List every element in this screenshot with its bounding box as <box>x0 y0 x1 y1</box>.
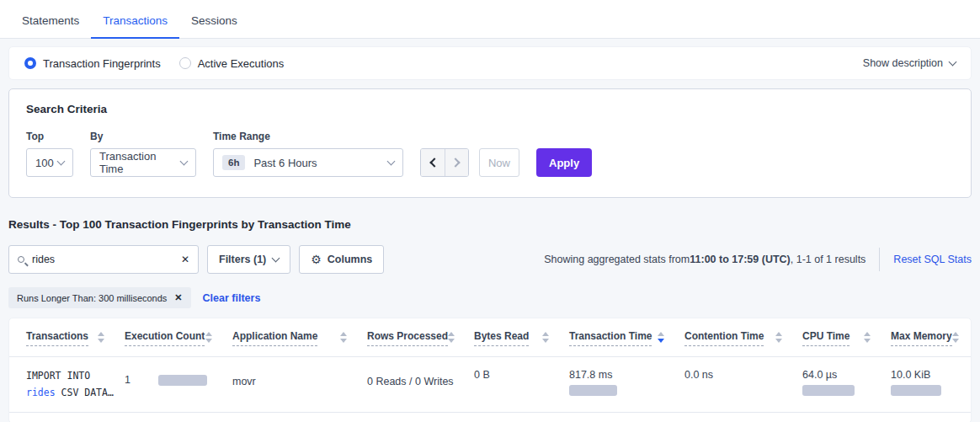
chevron-left-icon <box>429 158 439 167</box>
column-label[interactable]: Application Name <box>232 330 317 346</box>
max-memory-cell: 10.0 KiB <box>891 367 958 396</box>
cpu-time-bar <box>802 385 855 396</box>
transaction-time-cell: 817.8 ms <box>569 367 684 396</box>
view-toggle-bar: Transaction Fingerprints Active Executio… <box>8 46 972 80</box>
time-range-label: Time Range <box>213 131 403 142</box>
now-button[interactable]: Now <box>479 148 519 177</box>
clear-search-icon[interactable]: ✕ <box>174 254 189 265</box>
sort-icon[interactable] <box>448 332 455 343</box>
transaction-time-bar <box>569 385 617 396</box>
time-range-badge: 6h <box>222 155 245 170</box>
sort-icon[interactable] <box>775 332 782 343</box>
sort-icon[interactable] <box>205 332 212 343</box>
sort-icon[interactable] <box>340 332 347 343</box>
column-header-max-memory: Max Memory <box>891 330 979 346</box>
sql-text: IMPORT INTO <box>26 370 90 382</box>
top-select-value: 100 <box>35 157 54 169</box>
remove-filter-icon[interactable]: ✕ <box>174 292 182 303</box>
transaction-fingerprint-cell[interactable]: IMPORT INTO rides CSV DATA… <box>26 367 125 401</box>
aggregated-stats-text: Showing aggregated stats from 11:00 to 1… <box>544 248 972 271</box>
radio-unselected-icon <box>179 57 191 69</box>
chevron-down-icon <box>272 254 280 263</box>
table-row: IMPORT INTO rides CSV DATA… 1 movr 0 Rea… <box>9 357 971 413</box>
reset-sql-stats-link[interactable]: Reset SQL Stats <box>893 254 972 265</box>
columns-button[interactable]: ⚙ Columns <box>299 245 384 274</box>
column-label[interactable]: Transaction Time <box>569 330 652 346</box>
stats-interval: 11:00 to 17:59 (UTC) <box>690 254 790 265</box>
cpu-time-cell: 64.0 µs <box>802 367 891 396</box>
chevron-down-icon <box>180 157 189 165</box>
results-heading: Results - Top 100 Transaction Fingerprin… <box>8 218 980 231</box>
column-label[interactable]: Max Memory <box>891 330 952 346</box>
sort-icon[interactable] <box>952 332 959 343</box>
rows-processed-cell: 0 Reads / 0 Writes <box>367 367 474 387</box>
column-label[interactable]: Transactions <box>26 330 88 346</box>
top-label: Top <box>26 131 73 142</box>
results-toolbar: ✕ Filters (1) ⚙ Columns Showing aggregat… <box>8 245 972 274</box>
by-label: By <box>90 131 196 142</box>
columns-label: Columns <box>328 254 372 265</box>
column-header-transactions: Transactions <box>26 330 125 346</box>
by-field: By Transaction Time <box>90 131 196 177</box>
filter-chip: Runs Longer Than: 300 milliseconds ✕ <box>8 287 191 308</box>
time-range-field: Time Range 6h Past 6 Hours <box>213 131 403 177</box>
radio-selected-icon <box>24 57 36 69</box>
gear-icon: ⚙ <box>311 253 322 266</box>
column-header-bytes-read: Bytes Read <box>474 330 569 346</box>
tab-sessions[interactable]: Sessions <box>179 4 249 39</box>
column-label[interactable]: Bytes Read <box>474 330 529 346</box>
column-label[interactable]: Execution Count <box>125 330 205 346</box>
by-select-value: Transaction Time <box>99 150 181 175</box>
execution-count-cell: 1 <box>125 367 232 386</box>
column-header-cpu-time: CPU Time <box>802 330 891 346</box>
next-time-window-button[interactable] <box>445 149 468 176</box>
sort-icon[interactable] <box>864 332 871 343</box>
tab-transactions[interactable]: Transactions <box>91 4 179 39</box>
filters-label: Filters (1) <box>219 254 266 265</box>
radio-active-executions[interactable]: Active Executions <box>179 57 285 70</box>
sort-icon-active-desc[interactable] <box>658 332 664 343</box>
column-label[interactable]: CPU Time <box>802 330 850 346</box>
top-field: Top 100 <box>26 131 73 177</box>
transactions-table: Transactions Execution Count Application… <box>8 318 972 422</box>
radio-label: Transaction Fingerprints <box>43 57 161 70</box>
filter-chip-label: Runs Longer Than: 300 milliseconds <box>17 293 167 303</box>
column-header-application-name: Application Name <box>232 330 367 346</box>
search-icon <box>18 256 24 263</box>
search-criteria-title: Search Criteria <box>26 103 954 115</box>
top-select[interactable]: 100 <box>26 148 73 177</box>
contention-time-cell: 0.0 ns <box>684 367 802 381</box>
sql-activity-tabbar: Statements Transactions Sessions <box>0 0 980 39</box>
time-range-select[interactable]: 6h Past 6 Hours <box>213 148 403 177</box>
max-memory-bar <box>891 385 941 396</box>
show-description-toggle[interactable]: Show description <box>863 57 956 69</box>
tab-statements[interactable]: Statements <box>10 4 91 39</box>
sql-table-link[interactable]: rides <box>26 387 56 398</box>
execution-count-bar <box>158 375 207 386</box>
by-select[interactable]: Transaction Time <box>90 148 196 177</box>
prev-time-window-button[interactable] <box>421 149 445 176</box>
column-header-transaction-time: Transaction Time <box>569 330 684 346</box>
max-memory-value: 10.0 KiB <box>891 367 941 381</box>
clear-filters-link[interactable]: Clear filters <box>203 292 261 304</box>
apply-button[interactable]: Apply <box>536 148 592 177</box>
search-criteria-panel: Search Criteria Top 100 By Transaction T… <box>8 88 972 198</box>
column-header-contention-time: Contention Time <box>684 330 802 346</box>
time-window-pager <box>420 148 469 177</box>
filters-button[interactable]: Filters (1) <box>207 245 290 274</box>
stats-suffix: , 1-1 of 1 results <box>791 254 866 265</box>
sort-icon[interactable] <box>542 332 549 343</box>
search-input[interactable] <box>32 254 174 265</box>
cpu-time-value: 64.0 µs <box>802 367 874 381</box>
column-label[interactable]: Rows Processed <box>367 330 448 346</box>
radio-label: Active Executions <box>198 57 285 70</box>
table-header-row: Transactions Execution Count Application… <box>9 318 971 357</box>
sort-icon[interactable] <box>98 332 104 343</box>
radio-transaction-fingerprints[interactable]: Transaction Fingerprints <box>24 57 161 70</box>
application-name-cell: movr <box>232 367 367 387</box>
chevron-down-icon <box>387 157 396 165</box>
chevron-right-icon <box>450 158 460 167</box>
column-header-execution-count: Execution Count <box>125 330 232 346</box>
search-box[interactable]: ✕ <box>8 245 199 274</box>
column-label[interactable]: Contention Time <box>684 330 764 346</box>
